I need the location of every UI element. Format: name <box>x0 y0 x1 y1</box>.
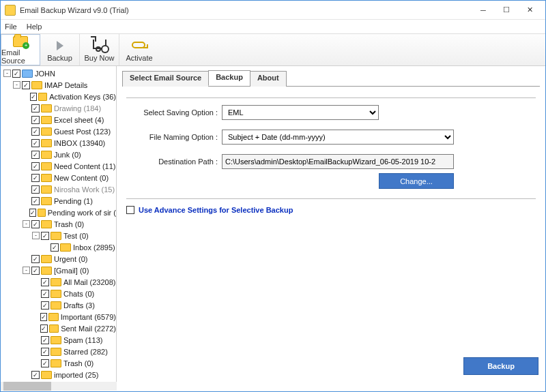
saving-option-select[interactable]: EML <box>222 105 379 120</box>
tree-checkbox[interactable]: ✓ <box>31 104 40 112</box>
tree-node[interactable]: ✓Starred (282) <box>2 346 116 357</box>
tree-node[interactable]: ✓Drafts (3) <box>2 299 116 311</box>
tab-select-email-source[interactable]: Select Email Source <box>122 71 209 87</box>
tree-twisty-icon[interactable]: - <box>23 267 30 274</box>
tree-checkbox[interactable]: ✓ <box>29 209 36 217</box>
tree-label: Activation Keys (36) <box>49 93 116 101</box>
toolbar-backup[interactable]: Backup <box>40 34 80 65</box>
advance-label: Use Advance Settings for Selective Backu… <box>139 206 293 214</box>
tree-checkbox[interactable]: ✓ <box>31 197 40 205</box>
tree-node[interactable]: ✓New Content (0) <box>2 172 116 183</box>
tree-label: Sent Mail (2272) <box>61 325 116 333</box>
tree-checkbox[interactable]: ✓ <box>41 290 49 298</box>
folder-tree[interactable]: -✓JOHN-✓IMAP Details✓Activation Keys (36… <box>1 66 117 382</box>
tree-twisty-icon[interactable]: - <box>32 232 40 239</box>
tree-checkbox[interactable]: ✓ <box>31 162 40 170</box>
tree-twisty-icon <box>23 371 30 378</box>
tree-checkbox[interactable]: ✓ <box>22 81 30 89</box>
tree-node[interactable]: ✓imported (25) <box>2 369 116 380</box>
destination-input[interactable] <box>222 154 454 169</box>
tree-node[interactable]: ✓Junk (0) <box>2 149 116 160</box>
tree-checkbox[interactable]: ✓ <box>31 220 40 228</box>
tree-twisty-icon <box>23 162 30 170</box>
advance-checkbox[interactable] <box>126 206 134 214</box>
tree-twisty-icon[interactable]: - <box>23 220 30 228</box>
backup-button[interactable]: Backup <box>463 357 538 375</box>
tree-checkbox[interactable]: ✓ <box>51 243 59 252</box>
tree-checkbox[interactable]: ✓ <box>31 151 40 159</box>
tree-label: Urgent (0) <box>54 255 88 263</box>
tree-checkbox[interactable]: ✓ <box>31 371 40 379</box>
folder-icon <box>41 371 52 379</box>
menu-file[interactable]: File <box>5 22 17 31</box>
change-button[interactable]: Change... <box>379 173 454 189</box>
close-button[interactable]: ✕ <box>518 3 541 18</box>
tree-checkbox[interactable]: ✓ <box>40 313 48 321</box>
toolbar-emailsource[interactable]: + Email Source <box>1 34 40 65</box>
tree-h-scrollbar[interactable] <box>1 382 117 391</box>
tree-checkbox[interactable]: ✓ <box>41 348 49 356</box>
tree-checkbox[interactable]: ✓ <box>31 116 40 124</box>
tree-node[interactable]: ✓Pending work of sir ( <box>2 207 116 218</box>
tree-node[interactable]: ✓Chats (0) <box>2 288 116 299</box>
tree-node[interactable]: ✓Pending (1) <box>2 195 116 207</box>
minimize-button[interactable]: ─ <box>472 3 495 18</box>
tree-node[interactable]: ✓Urgent (0) <box>2 253 116 265</box>
tree-checkbox[interactable]: ✓ <box>31 185 40 194</box>
tree-twisty-icon <box>23 151 30 158</box>
tree-node[interactable]: ✓Inbox (2895) <box>2 241 116 253</box>
tree-checkbox[interactable]: ✓ <box>41 336 49 344</box>
folder-icon <box>49 325 59 333</box>
folder-icon <box>51 232 61 240</box>
tab-about[interactable]: About <box>250 71 287 87</box>
tree-checkbox[interactable]: ✓ <box>30 93 37 101</box>
tree-twisty-icon <box>32 313 39 320</box>
tree-node[interactable]: ✓Nirosha Work (15) <box>2 183 116 195</box>
tree-node[interactable]: ✓Excel sheet (4) <box>2 114 116 125</box>
toolbar-activate[interactable]: Activate <box>119 34 159 65</box>
tree-checkbox[interactable]: ✓ <box>41 232 49 240</box>
tree-label: Pending (1) <box>54 197 93 205</box>
tree-label: Pending work of sir ( <box>48 209 116 217</box>
tree-node[interactable]: -✓JOHN <box>2 67 116 79</box>
tree-checkbox[interactable]: ✓ <box>31 127 40 136</box>
tree-twisty-icon[interactable]: - <box>13 81 20 89</box>
tree-label: INBOX (13940) <box>54 139 105 147</box>
tree-node[interactable]: -✓IMAP Details <box>2 79 116 91</box>
tree-label: IMAP Details <box>44 81 87 89</box>
tree-node[interactable]: ✓Spam (113) <box>2 334 116 346</box>
cart-icon <box>93 40 106 49</box>
tree-node[interactable]: ✓Drawing (184) <box>2 102 116 114</box>
tree-twisty-icon[interactable]: - <box>3 70 11 77</box>
tree-node[interactable]: ✓Sent Mail (2272) <box>2 322 116 334</box>
tree-node[interactable]: ✓Important (6579) <box>2 311 116 322</box>
tree-checkbox[interactable]: ✓ <box>31 174 40 182</box>
tree-checkbox[interactable]: ✓ <box>31 267 40 275</box>
tree-node[interactable]: ✓Activation Keys (36) <box>2 91 116 102</box>
folder-icon <box>41 220 52 228</box>
tree-checkbox[interactable]: ✓ <box>31 255 40 263</box>
tree-node[interactable]: -✓Trash (0) <box>2 218 116 230</box>
tree-checkbox[interactable]: ✓ <box>31 139 40 147</box>
key-icon <box>132 42 145 48</box>
tree-checkbox[interactable]: ✓ <box>40 325 48 333</box>
tree-node[interactable]: ✓Trash (0) <box>2 357 116 369</box>
tree-node[interactable]: ✓Guest Post (123) <box>2 125 116 137</box>
maximize-button[interactable]: ☐ <box>495 3 518 18</box>
tree-checkbox[interactable]: ✓ <box>41 301 49 310</box>
tree-checkbox[interactable]: ✓ <box>12 70 20 78</box>
tree-checkbox[interactable]: ✓ <box>41 359 49 367</box>
tab-backup[interactable]: Backup <box>208 70 250 86</box>
toolbar-buynow[interactable]: Buy Now <box>80 34 119 65</box>
advance-settings-row[interactable]: Use Advance Settings for Selective Backu… <box>126 206 536 214</box>
menu-help[interactable]: Help <box>27 22 42 31</box>
tree-node[interactable]: -✓[Gmail] (0) <box>2 265 116 276</box>
tree-node[interactable]: -✓Test (0) <box>2 230 116 241</box>
tree-node[interactable]: ✓All Mail (23208) <box>2 276 116 288</box>
tree-node[interactable]: ✓INBOX (13940) <box>2 137 116 149</box>
tree-checkbox[interactable]: ✓ <box>41 278 49 286</box>
tree-node[interactable]: ✓Need Content (11) <box>2 160 116 172</box>
play-icon <box>57 41 63 50</box>
folder-icon <box>41 267 52 275</box>
naming-option-select[interactable]: Subject + Date (dd-mm-yyyy) <box>222 130 454 145</box>
